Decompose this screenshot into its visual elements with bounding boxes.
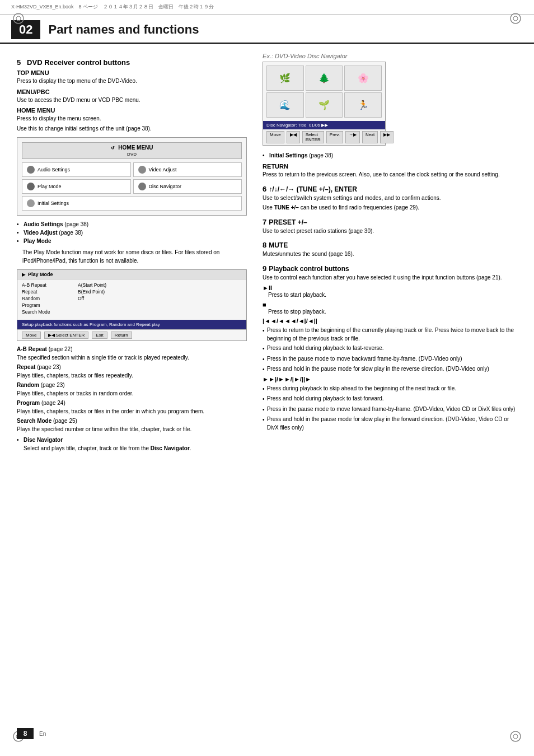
section6-header: 6 ↑/↓/←/→ (TUNE +/–), ENTER: [263, 185, 517, 193]
stop-sym-row: ■: [263, 301, 517, 308]
section6-desc: Use to select/switch system settings and…: [263, 194, 517, 203]
pm-col1-5: Search Mode: [22, 309, 72, 315]
svg-point-3: [513, 16, 518, 21]
fwd-bullet-4-text: Press and hold in the pause mode for slo…: [267, 416, 517, 432]
section9-label: Playback control buttons: [269, 265, 349, 273]
nav-btn-return: Return: [111, 332, 132, 339]
top-menu-label: TOP MENU: [17, 69, 247, 76]
pm-col2-3: Off: [78, 296, 84, 301]
menu-item-audio-label: Audio Settings: [38, 167, 70, 172]
video-icon: [138, 166, 146, 174]
play-mode-title: Play Mode: [28, 272, 53, 277]
corner-decoration-tr: [509, 12, 522, 26]
rew-bullet-4: • Press and hold in the pause mode for s…: [263, 365, 517, 374]
menu-item-play-label: Play Mode: [38, 184, 62, 189]
svg-point-1: [16, 16, 21, 21]
section5-num: 5: [17, 58, 21, 67]
play-mode-screenshot: ▶ Play Mode A-B Repeat A(Start Point) Re…: [17, 269, 247, 341]
play-pause-desc: Press to start playback.: [268, 291, 517, 300]
fwd-sym-row: ►►|/►►/|►/||►: [263, 376, 517, 382]
rew-bullet-2: • Press and hold during playback to fast…: [263, 344, 517, 353]
ctrl-end: ▶▶: [380, 131, 394, 143]
left-column: 5 DVD Receiver control buttons TOP MENU …: [17, 53, 257, 456]
home-menu-bullets: Audio Settings (page 38) Video Adjust (p…: [17, 220, 247, 245]
menu-item-initial: Initial Settings: [22, 196, 242, 211]
home-menu-desc1: Press to display the menu screen.: [17, 115, 247, 123]
initial-settings-bullet-list: Initial Settings (page 38): [263, 151, 517, 160]
play-mode-nav: Move ▶◀ Select ENTER Exit Return: [17, 329, 246, 340]
play-pause-sym-row: ►II: [263, 284, 517, 291]
rew-bullets: • Press to return to the beginning of th…: [263, 326, 517, 374]
fwd-symbol: ►►|/►►/|►/||►: [263, 376, 311, 382]
rew-symbol: |◄◄/◄◄◄/◄|/◄||: [263, 318, 317, 324]
menu-pbc-desc: Use to access the DVD menu or VCD PBC me…: [17, 96, 247, 105]
play-mode-row-4: Program: [22, 302, 242, 309]
search-mode-item: Search Mode (page 25) Plays the specifie…: [17, 417, 247, 433]
stop-symbol: ■: [263, 301, 266, 308]
section9-desc: Use to control each function after you h…: [263, 274, 517, 282]
section8-num: 8: [263, 241, 266, 249]
sub-items: A-B Repeat (page 22) The specified secti…: [17, 346, 247, 452]
fwd-bullet-3: • Press in the pause mode to move forwar…: [263, 405, 517, 414]
top-menu-desc: Press to display the top menu of the DVD…: [17, 77, 247, 86]
menu-item-play: Play Mode: [22, 179, 131, 194]
chapter-title: Part names and functions: [48, 22, 199, 37]
menu-item-disc: Disc Navigator: [133, 179, 242, 194]
disc-nav-grid: 🌿 🌲 🌸 🌊 🌱 🏃: [263, 62, 385, 121]
home-menu-grid: Audio Settings Video Adjust Play Mode Di…: [22, 162, 242, 194]
play-mode-footer: Setup playback functions such as Program…: [17, 320, 246, 329]
disc-icon: [138, 183, 146, 190]
play-pause-symbol: ►II: [263, 284, 272, 291]
menu-pbc-label: MENU/PBC: [17, 88, 247, 95]
home-menu-screenshot-title: ↺ HOME MENUDVD: [22, 142, 242, 159]
disc-cell-5: 🌱: [306, 92, 343, 118]
play-mode-table: A-B Repeat A(Start Point) Repeat B(End P…: [17, 279, 246, 318]
top-bar: X-HM32VD_VXE8_En.book 8 ページ ２０１４年３月２８日 金…: [0, 0, 534, 15]
section9-header: 9 Playback control buttons: [263, 264, 517, 273]
home-menu-label: HOME MENU: [17, 107, 247, 114]
program-item: Program (page 24) Plays titles, chapters…: [17, 399, 247, 416]
return-section: RETURN Press to return to the previous s…: [263, 163, 517, 179]
chapter-header: 02 Part names and functions: [0, 15, 534, 44]
section5-header: 5 DVD Receiver control buttons: [17, 58, 247, 67]
fwd-bullet-2-text: Press and hold during playback to fast-f…: [267, 395, 384, 404]
pm-col1-3: Random: [22, 296, 72, 301]
pm-col1-1: A-B Repeat: [22, 282, 72, 288]
rew-bullet-3: • Press in the pause mode to move backwa…: [263, 355, 517, 364]
ctrl-prev: Prev.: [326, 131, 343, 143]
disc-nav-bullet: Disc Navigator Select and plays title, c…: [17, 436, 247, 452]
nav-btn-move: Move: [22, 332, 41, 339]
svg-point-0: [13, 13, 24, 24]
random-item: Random (page 23) Plays titles, chapters …: [17, 381, 247, 398]
disc-nav-item: Disc Navigator Select and plays title, c…: [17, 436, 247, 452]
corner-decoration-tl: [12, 12, 25, 26]
pm-col1-2: Repeat: [22, 289, 72, 295]
page-lang: En: [39, 731, 46, 737]
section8-desc: Mutes/unmutes the sound (page 16).: [263, 250, 517, 259]
repeat-item: Repeat (page 23) Plays titles, chapters,…: [17, 363, 247, 380]
section8-header: 8 MUTE: [263, 241, 517, 249]
section6-tune-note: Use TUNE +/– can be used to find radio f…: [263, 204, 517, 212]
ex-label: Ex.: DVD-Video Disc Navigator: [263, 53, 517, 59]
ctrl-next: Next: [362, 131, 378, 143]
disc-nav-controls: Move ▶◀ Select ENTER Prev. →▶ Next ▶▶: [263, 129, 385, 145]
right-column: Ex.: DVD-Video Disc Navigator 🌿 🌲 🌸 🌊 🌱 …: [257, 53, 517, 456]
pm-col2-1: A(Start Point): [78, 282, 106, 288]
content-area: 5 DVD Receiver control buttons TOP MENU …: [0, 53, 534, 456]
fwd-bullet-1: • Press during playback to skip ahead to…: [263, 385, 517, 394]
nav-btn-select: ▶◀ Select ENTER: [44, 332, 89, 339]
play-icon: [27, 183, 35, 190]
section7-desc: Use to select preset radio stations (pag…: [263, 227, 517, 236]
fwd-bullets: • Press during playback to skip ahead to…: [263, 385, 517, 432]
corner-decoration-br: [509, 730, 522, 744]
audio-icon: [27, 166, 35, 174]
rew-bullet-4-text: Press and hold in the pause mode for slo…: [267, 365, 489, 374]
play-mode-row-1: A-B Repeat A(Start Point): [22, 282, 242, 288]
page-num: 8: [17, 728, 34, 739]
page-footer: 8 En: [17, 728, 46, 739]
menu-item-video-label: Video Adjust: [149, 167, 177, 172]
rew-bullet-3-text: Press in the pause mode to move backward…: [267, 355, 462, 364]
play-mode-row-5: Search Mode: [22, 309, 242, 315]
settings-icon: [27, 199, 35, 207]
svg-point-7: [513, 734, 518, 739]
